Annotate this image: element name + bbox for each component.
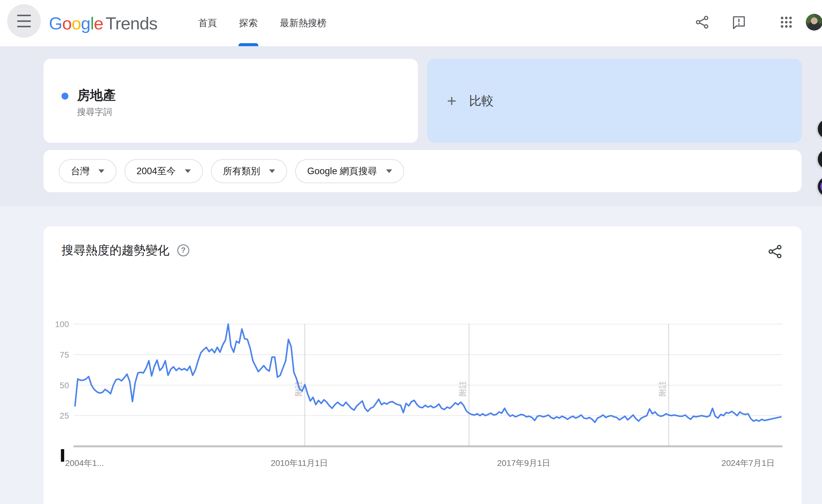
svg-text:附註: 附註 bbox=[658, 381, 667, 396]
svg-text:100: 100 bbox=[55, 320, 69, 329]
logo-suffix: Trends bbox=[106, 13, 157, 33]
svg-text:50: 50 bbox=[60, 381, 69, 390]
avatar[interactable] bbox=[806, 14, 822, 31]
results-section: 搜尋熱度的趨勢變化 ? 255075100附註附註附註2004年1...2010… bbox=[0, 206, 822, 504]
share-button[interactable] bbox=[696, 15, 709, 29]
help-icon[interactable]: ? bbox=[177, 244, 189, 256]
filter-bar: 台灣 2004至今 所有類別 Google 網頁搜尋 bbox=[43, 150, 802, 192]
region-filter-dropdown[interactable]: 台灣 bbox=[59, 159, 116, 183]
category-filter-dropdown[interactable]: 所有類別 bbox=[211, 159, 287, 183]
tab-home[interactable]: 首頁 bbox=[198, 0, 217, 46]
add-comparison-card[interactable]: + 比較 bbox=[427, 59, 802, 143]
region-filter-label: 台灣 bbox=[71, 165, 89, 177]
chevron-down-icon bbox=[386, 169, 392, 173]
svg-text:附註: 附註 bbox=[458, 381, 467, 396]
feedback-button[interactable] bbox=[732, 15, 746, 29]
logo-letter: l bbox=[90, 13, 94, 33]
chart-title: 搜尋熱度的趨勢變化 bbox=[61, 242, 169, 258]
feedback-icon bbox=[732, 15, 746, 29]
main-nav: 首頁 探索 最新熱搜榜 bbox=[198, 0, 326, 46]
chevron-down-icon bbox=[98, 169, 104, 173]
query-panel: 房地產 搜尋字詞 + 比較 台灣 2004至今 所有類別 Google 網頁搜尋 bbox=[0, 46, 822, 206]
search-term-type: 搜尋字詞 bbox=[77, 106, 112, 118]
tab-explore[interactable]: 探索 bbox=[239, 0, 258, 46]
svg-text:75: 75 bbox=[60, 350, 69, 359]
svg-text:2004年1...: 2004年1... bbox=[65, 458, 104, 468]
chart-share-button[interactable] bbox=[768, 244, 782, 259]
search-type-filter-dropdown[interactable]: Google 網頁搜尋 bbox=[295, 159, 404, 183]
compare-label: 比較 bbox=[469, 93, 494, 109]
purple-ring-icon bbox=[821, 180, 822, 193]
svg-text:2017年9月1日: 2017年9月1日 bbox=[497, 458, 550, 468]
search-type-filter-label: Google 網頁搜尋 bbox=[307, 165, 377, 177]
category-filter-label: 所有類別 bbox=[223, 165, 260, 177]
chevron-down-icon bbox=[185, 169, 191, 173]
svg-text:25: 25 bbox=[60, 411, 69, 420]
share-icon bbox=[768, 244, 782, 259]
chart-card-header: 搜尋熱度的趨勢變化 ? bbox=[61, 242, 189, 258]
chevron-down-icon bbox=[269, 169, 275, 173]
logo-letter: g bbox=[81, 13, 90, 33]
share-icon bbox=[696, 15, 709, 29]
logo-letter: o bbox=[62, 13, 71, 33]
hamburger-menu-button[interactable] bbox=[7, 4, 41, 38]
interest-over-time-card: 搜尋熱度的趨勢變化 ? 255075100附註附註附註2004年1...2010… bbox=[43, 226, 802, 504]
search-term-card[interactable]: 房地產 搜尋字詞 bbox=[43, 59, 418, 143]
google-trends-logo[interactable]: GoogleTrends bbox=[49, 13, 157, 33]
trend-line-chart[interactable]: 255075100附註附註附註2004年1...2010年11月1日2017年9… bbox=[43, 309, 802, 477]
google-apps-button[interactable] bbox=[779, 15, 793, 29]
app-header: GoogleTrends 首頁 探索 最新熱搜榜 bbox=[0, 0, 822, 46]
svg-text:2024年7月1日: 2024年7月1日 bbox=[722, 458, 775, 468]
logo-letter: o bbox=[71, 13, 81, 33]
hamburger-icon bbox=[17, 15, 31, 27]
logo-letter: G bbox=[49, 13, 62, 33]
series-color-dot bbox=[61, 93, 68, 100]
logo-letter: e bbox=[94, 13, 103, 33]
time-range-filter-dropdown[interactable]: 2004至今 bbox=[124, 159, 203, 183]
plus-icon: + bbox=[447, 93, 457, 109]
search-term: 房地產 bbox=[77, 87, 116, 104]
time-range-filter-label: 2004至今 bbox=[136, 165, 176, 177]
tab-trending-now[interactable]: 最新熱搜榜 bbox=[280, 0, 326, 46]
svg-text:2010年11月1日: 2010年11月1日 bbox=[271, 458, 328, 468]
apps-grid-icon bbox=[779, 15, 793, 29]
